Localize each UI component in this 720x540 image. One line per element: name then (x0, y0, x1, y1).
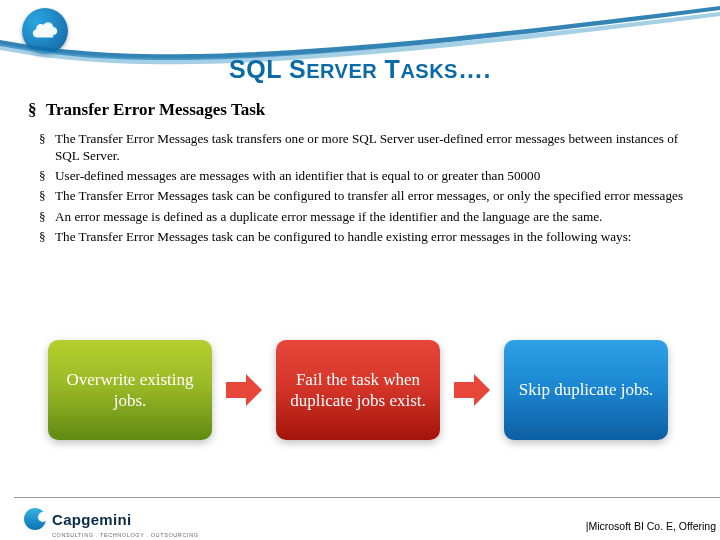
card-overwrite: Overwrite existing jobs. (48, 340, 212, 440)
content-area: Transfer Error Messages Task The Transfe… (28, 100, 700, 248)
card-fail: Fail the task when duplicate jobs exist. (276, 340, 440, 440)
brand-logo-mark-icon (24, 508, 46, 530)
brand-logo: Capgemini (24, 508, 131, 530)
arrow-icon (452, 372, 492, 408)
bullet-list: The Transfer Error Messages task transfe… (28, 130, 700, 245)
title-part: ERVER (306, 60, 377, 82)
list-item: The Transfer Error Messages task transfe… (55, 130, 700, 164)
title-part: SQL S (229, 55, 306, 83)
cloud-icon (31, 22, 59, 40)
brand-logo-text: Capgemini (52, 511, 131, 528)
page-title: SQL SERVER TASKS…. (0, 55, 720, 84)
cloud-badge-icon (22, 8, 68, 54)
card-row: Overwrite existing jobs. Fail the task w… (48, 340, 702, 440)
brand-logo-tagline: CONSULTING . TECHNOLOGY . OUTSOURCING (52, 532, 199, 538)
list-item: User-defined messages are messages with … (55, 167, 700, 184)
title-part: ASKS (400, 60, 458, 82)
title-part: …. (458, 55, 491, 83)
list-item: An error message is defined as a duplica… (55, 208, 700, 225)
title-part: T (377, 55, 400, 83)
arrow-icon (224, 372, 264, 408)
list-item: The Transfer Error Messages task can be … (55, 228, 700, 245)
card-skip: Skip duplicate jobs. (504, 340, 668, 440)
list-item: The Transfer Error Messages task can be … (55, 187, 700, 204)
footer-right-text: |Microsoft BI Co. E, Offering (586, 520, 716, 532)
footer-divider (14, 497, 720, 498)
section-subhead: Transfer Error Messages Task (28, 100, 700, 120)
